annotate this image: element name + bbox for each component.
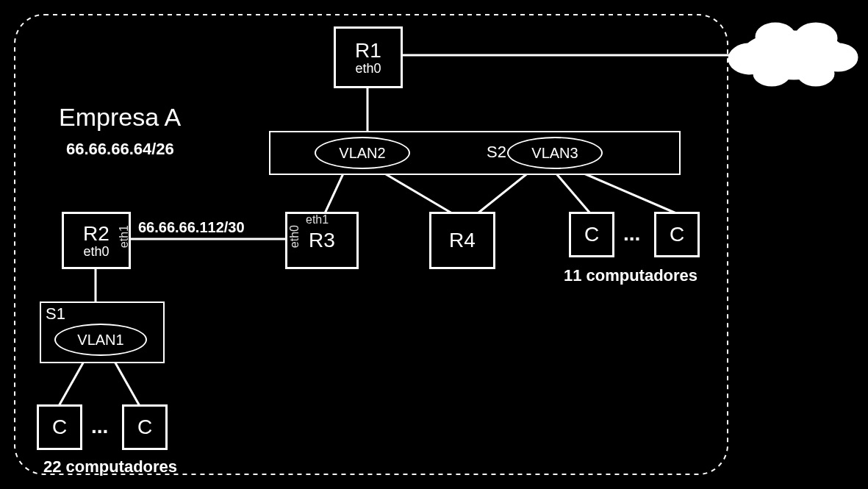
company-title: Empresa A: [59, 103, 181, 132]
hosts-bottom-count: 22 computadores: [29, 457, 191, 476]
host-c-bottom-2-label: C: [137, 415, 152, 439]
svg-line-13: [555, 172, 590, 213]
router-r2-eth1: eth1: [118, 225, 131, 248]
svg-line-11: [382, 172, 452, 213]
router-r3-label: R3: [309, 229, 335, 252]
company-subnet: 66.66.66.64/26: [66, 140, 174, 159]
svg-line-10: [325, 172, 344, 213]
router-r3-eth0: eth0: [288, 225, 301, 248]
link-r2-r3-label: 66.66.66.112/30: [138, 219, 245, 236]
vlan3-label: VLAN3: [531, 145, 578, 162]
host-c-right-1: C: [569, 212, 614, 257]
router-r2-eth0: eth0: [83, 244, 109, 260]
router-r4: R4: [429, 212, 495, 269]
svg-line-18: [114, 360, 140, 406]
cloud-icon: [735, 29, 853, 88]
svg-line-12: [478, 172, 529, 213]
host-c-right-2-label: C: [670, 223, 684, 246]
hosts-right-dots: ...: [623, 222, 640, 246]
host-c-bottom-1-label: C: [52, 415, 67, 439]
hosts-bottom-dots: ...: [91, 415, 108, 438]
hosts-right-count: 11 computadores: [550, 266, 711, 285]
host-c-bottom-1: C: [37, 404, 82, 450]
vlan2-ellipse: VLAN2: [315, 137, 410, 169]
switch-s2-label: S2: [487, 143, 506, 162]
svg-line-17: [59, 360, 85, 406]
vlan1-label: VLAN1: [77, 332, 123, 349]
svg-line-14: [581, 172, 676, 213]
host-c-right-1-label: C: [584, 223, 599, 246]
vlan1-ellipse: VLAN1: [54, 324, 147, 356]
switch-s1-label: S1: [46, 304, 65, 324]
router-r1-eth0: eth0: [355, 61, 381, 76]
router-r1-label: R1: [355, 39, 381, 63]
vlan3-ellipse: VLAN3: [507, 137, 603, 169]
host-c-right-2: C: [654, 212, 700, 257]
vlan2-label: VLAN2: [339, 145, 385, 162]
router-r4-label: R4: [449, 229, 476, 252]
router-r1: R1 eth0: [334, 26, 403, 88]
host-c-bottom-2: C: [122, 404, 168, 450]
router-r2-label: R2: [83, 222, 110, 246]
router-r3-eth1: eth1: [306, 213, 329, 226]
